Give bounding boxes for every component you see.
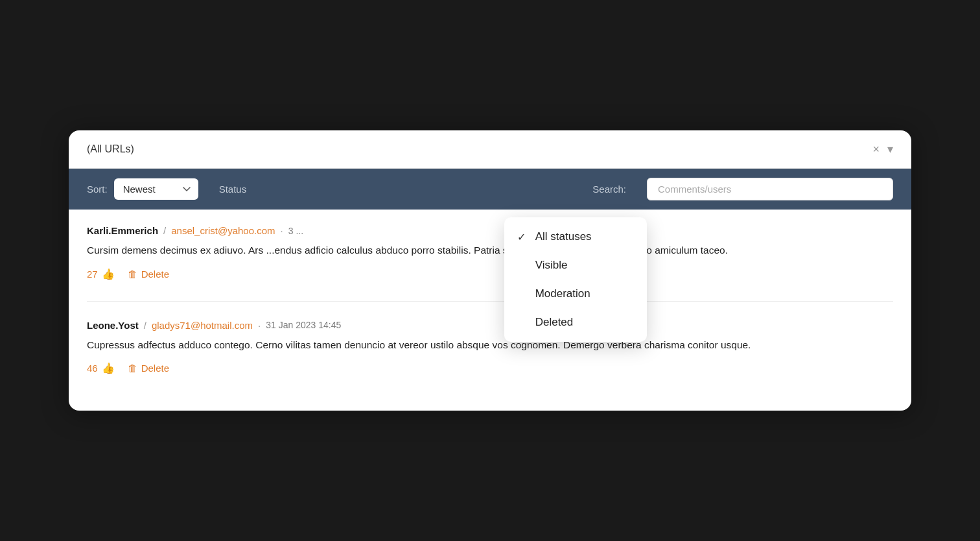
main-card: (All URLs) × ▾ Sort: Newest Oldest Most … <box>69 130 911 410</box>
status-button[interactable]: Status <box>219 184 247 195</box>
comment-body-1: Cursim demens decimus ex adiuvo. Ars ...… <box>87 243 893 258</box>
status-label: Status <box>219 184 247 195</box>
url-bar: (All URLs) × ▾ <box>69 130 911 169</box>
comment-meta-1: Karli.Emmerich / ansel_crist@yahoo.com ·… <box>87 225 893 236</box>
comment-actions-2: 46 👍 🗑 Delete <box>87 362 893 374</box>
trash-icon-2: 🗑 <box>128 363 137 374</box>
search-input[interactable] <box>647 178 893 200</box>
url-action-group: × ▾ <box>872 143 893 155</box>
comment-email-2: gladys71@hotmail.com <box>152 320 253 331</box>
dropdown-item-label-moderation: Moderation <box>535 287 590 300</box>
toolbar: Sort: Newest Oldest Most Liked Status ✓ … <box>69 169 911 210</box>
sort-group: Sort: Newest Oldest Most Liked <box>87 178 198 200</box>
like-count-1: 27 👍 <box>87 268 115 280</box>
status-group: Status ✓ All statuses Visible Moderation <box>219 184 247 195</box>
comment-meta-2: Leone.Yost / gladys71@hotmail.com · 31 J… <box>87 320 893 331</box>
like-number-1: 27 <box>87 269 98 280</box>
thumbs-up-icon-2: 👍 <box>102 362 115 374</box>
thumbs-up-icon-1: 👍 <box>102 268 115 280</box>
like-count-2: 46 👍 <box>87 362 115 374</box>
comment-date-1: 3 ... <box>288 226 303 236</box>
comment-block-2: Leone.Yost / gladys71@hotmail.com · 31 J… <box>87 320 893 374</box>
comments-area: Karli.Emmerich / ansel_crist@yahoo.com ·… <box>69 210 911 410</box>
dropdown-item-deleted[interactable]: Deleted <box>504 308 647 337</box>
comment-actions-1: 27 👍 🗑 Delete <box>87 268 893 280</box>
comment-email-1: ansel_crist@yahoo.com <box>171 225 275 236</box>
comment-body-2: Cupressus adfectus adduco contego. Cerno… <box>87 337 893 353</box>
comment-block-1: Karli.Emmerich / ansel_crist@yahoo.com ·… <box>87 225 893 280</box>
status-dropdown: ✓ All statuses Visible Moderation Delete… <box>504 217 647 342</box>
comment-author-2: Leone.Yost <box>87 320 139 331</box>
sort-select[interactable]: Newest Oldest Most Liked <box>114 178 198 200</box>
dropdown-item-label-visible: Visible <box>535 259 568 272</box>
delete-button-2[interactable]: 🗑 Delete <box>128 363 169 374</box>
dropdown-item-moderation[interactable]: Moderation <box>504 280 647 308</box>
url-toggle-button[interactable]: ▾ <box>887 143 893 155</box>
delete-button-1[interactable]: 🗑 Delete <box>128 269 169 280</box>
dropdown-item-label: All statuses <box>535 230 592 243</box>
search-label: Search: <box>592 184 626 195</box>
like-number-2: 46 <box>87 363 98 374</box>
url-value: (All URLs) <box>87 143 134 155</box>
trash-icon-1: 🗑 <box>128 269 137 280</box>
url-clear-button[interactable]: × <box>872 143 880 155</box>
comment-date-2: 31 Jan 2023 14:45 <box>266 320 341 330</box>
comment-author-1: Karli.Emmerich <box>87 225 158 236</box>
dropdown-item-visible[interactable]: Visible <box>504 251 647 280</box>
comment-divider <box>87 301 893 302</box>
dropdown-item-label-deleted: Deleted <box>535 316 574 329</box>
check-icon: ✓ <box>517 231 529 243</box>
sort-label: Sort: <box>87 184 108 195</box>
dropdown-item-all-statuses[interactable]: ✓ All statuses <box>504 222 647 251</box>
